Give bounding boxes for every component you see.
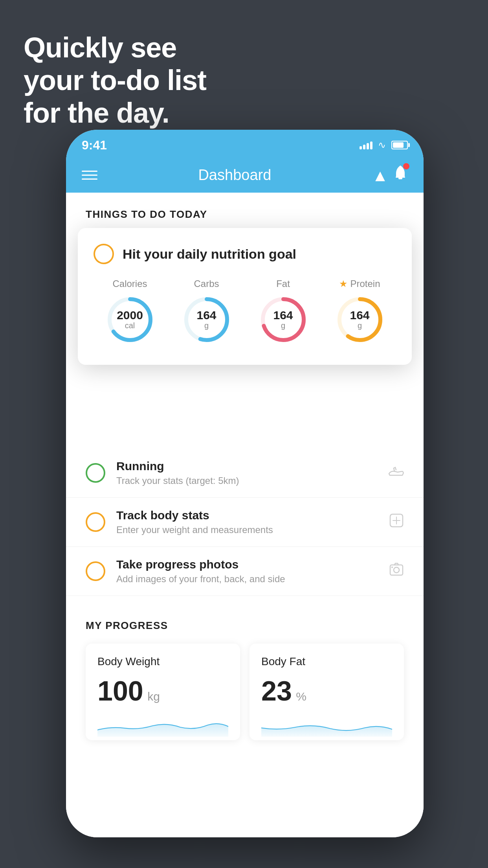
nutrition-calories: Calories 2000 cal bbox=[105, 278, 156, 345]
content-area: THINGS TO DO TODAY Hit your daily nutrit… bbox=[66, 193, 424, 837]
fat-unit: g bbox=[273, 321, 293, 330]
status-time: 9:41 bbox=[82, 138, 107, 153]
calories-unit: cal bbox=[117, 321, 143, 330]
protein-value: 164 bbox=[350, 309, 369, 321]
hero-text: Quickly see your to-do list for the day. bbox=[24, 31, 206, 129]
body-fat-value-row: 23 % bbox=[261, 677, 392, 705]
body-fat-value: 23 bbox=[261, 676, 292, 706]
bell-icon: ▲ bbox=[372, 166, 408, 185]
status-bar: 9:41 ∿ bbox=[66, 130, 424, 157]
nav-bar: Dashboard ▲ bbox=[66, 157, 424, 193]
hero-line3: for the day. bbox=[24, 97, 206, 129]
task-info-photos: Take progress photos Add images of your … bbox=[116, 558, 378, 585]
body-fat-unit: % bbox=[296, 690, 306, 703]
task-title-photos: Take progress photos bbox=[116, 558, 378, 571]
progress-section: MY PROGRESS Body Weight 100 kg bbox=[66, 620, 424, 740]
task-info-body-stats: Track body stats Enter your weight and m… bbox=[116, 509, 378, 535]
nutrition-goal-card[interactable]: Hit your daily nutrition goal Calories 2… bbox=[78, 228, 412, 365]
star-icon: ★ bbox=[339, 278, 348, 289]
task-circle-running bbox=[86, 463, 105, 483]
photo-icon bbox=[389, 562, 404, 581]
task-subtitle-running: Track your stats (target: 5km) bbox=[116, 475, 377, 486]
nutrition-protein: ★ Protein 164 g bbox=[334, 278, 385, 345]
circle-check-icon bbox=[94, 244, 114, 264]
fat-value: 164 bbox=[273, 309, 293, 321]
task-item-body-stats[interactable]: Track body stats Enter your weight and m… bbox=[66, 498, 424, 547]
svg-rect-1 bbox=[396, 177, 405, 178]
svg-point-15 bbox=[391, 566, 393, 568]
body-weight-chart bbox=[97, 713, 228, 740]
calories-value: 2000 bbox=[117, 309, 143, 321]
carbs-label: Carbs bbox=[194, 278, 219, 289]
task-item-running[interactable]: Running Track your stats (target: 5km) bbox=[66, 449, 424, 498]
nav-title: Dashboard bbox=[198, 167, 271, 184]
battery-icon bbox=[391, 141, 408, 149]
fat-donut: 164 g bbox=[258, 294, 309, 345]
body-weight-value-row: 100 kg bbox=[97, 677, 228, 705]
body-weight-title: Body Weight bbox=[97, 655, 228, 668]
notification-dot bbox=[403, 163, 409, 169]
calories-donut: 2000 cal bbox=[105, 294, 156, 345]
svg-point-14 bbox=[394, 567, 399, 573]
body-fat-chart bbox=[261, 713, 392, 740]
notification-bell-button[interactable]: ▲ bbox=[372, 165, 408, 185]
scale-icon bbox=[389, 513, 404, 531]
protein-label: ★ Protein bbox=[339, 278, 380, 289]
task-circle-photos bbox=[86, 561, 105, 581]
shoe-icon bbox=[388, 465, 404, 481]
carbs-value: 164 bbox=[196, 309, 216, 321]
phone-shell: 9:41 ∿ Dashboard ▲ bbox=[66, 130, 424, 837]
task-title-running: Running bbox=[116, 460, 377, 473]
svg-rect-13 bbox=[390, 565, 403, 575]
task-item-progress-photos[interactable]: Take progress photos Add images of your … bbox=[66, 547, 424, 596]
carbs-unit: g bbox=[196, 321, 216, 330]
body-weight-unit: kg bbox=[147, 690, 160, 703]
signal-icon bbox=[360, 141, 372, 149]
progress-cards: Body Weight 100 kg bbox=[86, 644, 404, 740]
hero-line2: your to-do list bbox=[24, 64, 206, 97]
wifi-icon: ∿ bbox=[378, 140, 386, 151]
hero-line1: Quickly see bbox=[24, 31, 206, 64]
body-weight-value: 100 bbox=[97, 676, 143, 706]
hamburger-menu[interactable] bbox=[82, 171, 97, 180]
protein-unit: g bbox=[350, 321, 369, 330]
task-subtitle-photos: Add images of your front, back, and side bbox=[116, 574, 378, 585]
body-fat-card[interactable]: Body Fat 23 % bbox=[250, 644, 404, 740]
carbs-donut: 164 g bbox=[181, 294, 232, 345]
calories-label: Calories bbox=[112, 278, 147, 289]
fat-label: Fat bbox=[276, 278, 290, 289]
nutrition-carbs: Carbs 164 g bbox=[181, 278, 232, 345]
task-title-body-stats: Track body stats bbox=[116, 509, 378, 522]
nutrition-grid: Calories 2000 cal Carbs bbox=[94, 278, 396, 345]
protein-donut: 164 g bbox=[334, 294, 385, 345]
progress-header: MY PROGRESS bbox=[86, 620, 404, 632]
status-icons: ∿ bbox=[360, 140, 408, 151]
card-title: Hit your daily nutrition goal bbox=[123, 246, 296, 262]
task-subtitle-body-stats: Enter your weight and measurements bbox=[116, 524, 378, 535]
task-info-running: Running Track your stats (target: 5km) bbox=[116, 460, 377, 486]
nutrition-fat: Fat 164 g bbox=[258, 278, 309, 345]
task-circle-body-stats bbox=[86, 512, 105, 532]
body-weight-card[interactable]: Body Weight 100 kg bbox=[86, 644, 240, 740]
body-fat-title: Body Fat bbox=[261, 655, 392, 668]
task-list: Running Track your stats (target: 5km) T… bbox=[66, 449, 424, 596]
card-header: Hit your daily nutrition goal bbox=[94, 244, 396, 264]
section-header: THINGS TO DO TODAY bbox=[66, 193, 424, 228]
